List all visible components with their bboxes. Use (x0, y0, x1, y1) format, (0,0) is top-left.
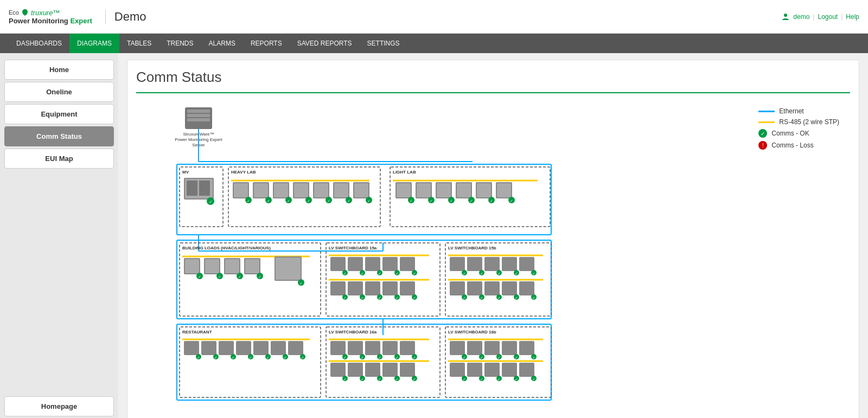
sidebar-item-comm-status[interactable]: Comm Status (4, 126, 114, 146)
svg-text:✓: ✓ (480, 356, 483, 359)
lv16b-dev5 (519, 341, 534, 355)
lv15b-dev5 (519, 257, 534, 271)
svg-rect-14 (294, 183, 308, 197)
header: Eco truxure™ Power Monitoring Expert Dem… (0, 0, 868, 34)
svg-rect-38 (225, 259, 239, 273)
svg-text:✓: ✓ (515, 296, 518, 300)
nav-settings[interactable]: SETTINGS (360, 34, 407, 53)
logo-product: Power Monitoring Expert (9, 17, 92, 25)
lv16a-dev7 (348, 363, 363, 377)
lv15a-dev9 (382, 281, 398, 295)
lv15b-dev9 (502, 281, 517, 295)
svg-text:✓: ✓ (463, 356, 466, 359)
lv15a-dev6 (330, 281, 346, 295)
ethernet-line (758, 111, 775, 112)
svg-text:✓: ✓ (450, 199, 453, 203)
lv15a-dev3 (365, 257, 380, 271)
rest-dev4 (236, 341, 251, 355)
svg-text:✓: ✓ (480, 296, 483, 300)
svg-text:✓: ✓ (463, 377, 466, 381)
svg-text:✓: ✓ (347, 199, 350, 203)
lv15a-dev8 (365, 281, 380, 295)
svg-rect-18 (334, 183, 348, 197)
username-link[interactable]: demo (793, 13, 809, 21)
sidebar-item-homepage[interactable]: Homepage (4, 396, 114, 416)
svg-text:✓: ✓ (510, 199, 513, 203)
svg-text:✓: ✓ (367, 199, 371, 203)
nav-saved-reports[interactable]: SAVED REPORTS (290, 34, 360, 53)
lv16b-dev10 (519, 363, 534, 377)
lv16a-dev1 (330, 341, 346, 355)
svg-text:✓: ✓ (287, 199, 290, 203)
lv-sw-16a-box (326, 327, 440, 397)
lv16b-dev8 (484, 363, 500, 377)
comms-ok-label: Comms - OK (771, 130, 809, 137)
lv16a-dev6 (330, 363, 346, 377)
svg-text:✓: ✓ (327, 199, 330, 203)
lv16a-dev2 (348, 341, 363, 355)
lv15b-dev1 (450, 257, 465, 271)
svg-text:✓: ✓ (361, 272, 364, 275)
logout-link[interactable]: Logout (818, 13, 838, 21)
ethernet-label: Ethernet (779, 107, 803, 115)
nav-reports[interactable]: REPORTS (243, 34, 290, 53)
sidebar-item-home[interactable]: Home (4, 60, 114, 80)
app-title: Demo (105, 10, 146, 24)
sidebar-item-equipment[interactable]: Equipment (4, 104, 114, 124)
svg-text:✓: ✓ (463, 296, 466, 300)
nav-trends[interactable]: TRENDS (159, 34, 201, 53)
svg-text:✓: ✓ (218, 275, 221, 279)
svg-text:✓: ✓ (430, 199, 433, 203)
nav-diagrams[interactable]: DIAGRAMS (69, 34, 119, 53)
svg-text:✓: ✓ (515, 272, 518, 275)
svg-text:✓: ✓ (361, 296, 364, 300)
svg-text:✓: ✓ (307, 199, 310, 203)
svg-text:✓: ✓ (395, 296, 399, 300)
lv16b-dev2 (467, 341, 482, 355)
lv-sw-15b-label: LV SWITCHBOARD 15b (448, 246, 496, 250)
sidebar-wrapper: Home Oneline Equipment Comm Status EUI M… (4, 60, 114, 418)
svg-rect-34 (185, 259, 199, 273)
lv16b-dev3 (484, 341, 500, 355)
rs485-label: RS-485 (2 wire STP) (779, 118, 839, 126)
sidebar-item-eui-map[interactable]: EUI Map (4, 149, 114, 169)
sidebar-item-oneline[interactable]: Oneline (4, 82, 114, 102)
nav-alarms[interactable]: ALARMS (201, 34, 243, 53)
lv15a-dev7 (348, 281, 363, 295)
svg-text:✓: ✓ (197, 356, 200, 359)
svg-text:✓: ✓ (232, 356, 235, 359)
logo-eco: Eco (9, 9, 19, 16)
help-link[interactable]: Help (846, 13, 859, 21)
diagram-container: Ethernet RS-485 (2 wire STP) ✓ Comms - O… (136, 102, 850, 418)
legend-comms-ok: ✓ Comms - OK (758, 129, 839, 138)
svg-text:✓: ✓ (247, 199, 250, 203)
svg-text:✓: ✓ (413, 356, 416, 359)
svg-text:✓: ✓ (299, 281, 303, 285)
svg-text:✓: ✓ (470, 199, 473, 203)
restaurant-box (180, 327, 321, 397)
svg-text:✓: ✓ (413, 296, 416, 300)
lv16b-dev7 (467, 363, 482, 377)
light-lab-label: LIGHT LAB (393, 170, 416, 175)
lv-sw-16b-box (445, 327, 551, 397)
main-content: Comm Status Ethernet RS-485 (2 wire STP)… (118, 53, 868, 418)
lv16a-dev5 (400, 341, 415, 355)
lv16b-dev9 (502, 363, 517, 377)
svg-text:✓: ✓ (532, 356, 535, 359)
legend-ethernet: Ethernet (758, 107, 839, 115)
svg-rect-10 (254, 183, 268, 197)
lv15b-dev6 (450, 281, 465, 295)
svg-rect-42 (276, 258, 301, 280)
svg-text:✓: ✓ (258, 275, 261, 279)
nav-tables[interactable]: TABLES (119, 34, 159, 53)
lv15a-dev10 (400, 281, 415, 295)
svg-text:✓: ✓ (198, 275, 201, 279)
nav-dashboards[interactable]: DASHBOARDS (9, 34, 69, 53)
leaf-icon (21, 9, 29, 16)
comms-ok-icon: ✓ (758, 129, 767, 138)
lv16b-dev4 (502, 341, 517, 355)
user-icon (781, 12, 790, 21)
svg-text:✓: ✓ (284, 356, 287, 359)
mv-label: MV (182, 170, 189, 175)
svg-text:✓: ✓ (343, 296, 347, 300)
